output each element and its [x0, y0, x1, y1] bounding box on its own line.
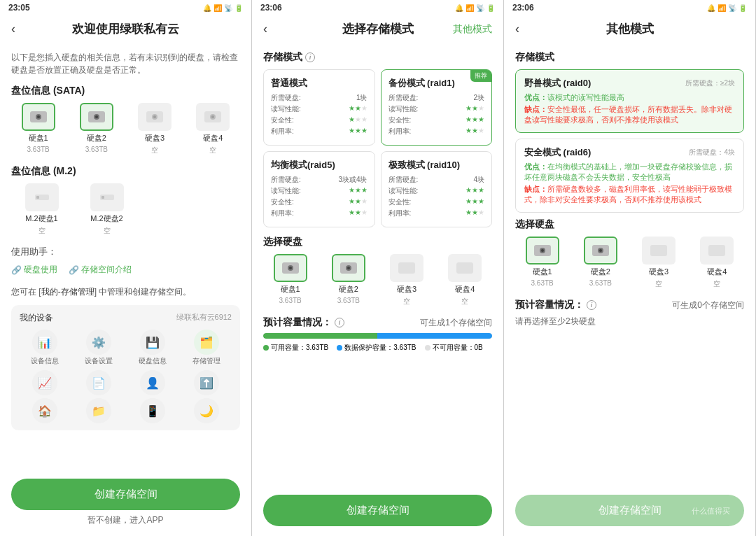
- mode-normal-title: 普通模式: [271, 77, 368, 90]
- status-icons-2: 🔔 📶 📡 🔋: [455, 4, 495, 12]
- storage-icon-circle: 🗂️: [194, 330, 219, 355]
- panel3: 23:06 🔔 📶 📡 🔋 ‹ 其他模式 存储模式 野兽模式 (raid0) 所…: [504, 0, 756, 536]
- mode-normal[interactable]: 普通模式 所需硬盘:1块 读写性能: ★★★ 安全性: ★★★ 利用率: ★★★: [263, 69, 375, 146]
- p3-disk-1[interactable]: 硬盘1 3.63TB: [515, 237, 569, 289]
- progress-legend-2: 可用容量：3.63TB 数据保护容量：3.63TB 不可用容量：0B: [263, 343, 492, 353]
- m2-disk-1[interactable]: M.2硬盘1 空: [11, 183, 72, 236]
- disk-item-1[interactable]: 硬盘1 3.63TB: [11, 103, 65, 155]
- mode-safe-advantage: 优点：在均衡模式的基础上，增加一块硬盘存储校验信息，损坏任意两块磁盘不会丢失数据…: [524, 162, 735, 183]
- bell-icon: 🔔: [203, 4, 211, 12]
- m2-disk-grid: M.2硬盘1 空 M.2硬盘2 空: [11, 183, 137, 236]
- back-button-2[interactable]: ‹: [263, 22, 267, 36]
- m2-size-2: 空: [104, 226, 111, 236]
- mode-extreme-disks: 所需硬盘:4块: [388, 175, 485, 185]
- nav-bar-1: ‹ 欢迎使用绿联私有云: [0, 15, 251, 43]
- icon-user[interactable]: 👤: [127, 370, 178, 395]
- create-btn-3[interactable]: 创建存储空间 什么值得买: [515, 495, 744, 526]
- sel-disk-2[interactable]: 硬盘2 3.63TB: [321, 254, 375, 306]
- skip-link[interactable]: 暂不创建，进入APP: [11, 514, 240, 526]
- icon-home[interactable]: 🏠: [20, 398, 71, 423]
- mode-beast-advantage: 优点：该模式的读写性能最高: [524, 92, 735, 103]
- device-icon-storage[interactable]: 🗂️ 存储管理: [181, 330, 232, 366]
- capacity-info-icon-3[interactable]: i: [587, 300, 596, 310]
- legend-unavail: 不可用容量：0B: [425, 343, 483, 353]
- device-icons-row3: 🏠 📁 📱 🌙: [20, 398, 232, 423]
- capacity-info-icon[interactable]: i: [335, 318, 344, 327]
- status-icons-1: 🔔 📶 📡 🔋: [203, 4, 243, 12]
- create-btn-1[interactable]: 创建存储空间: [11, 479, 240, 510]
- select-disk-grid-2: 硬盘1 3.63TB 硬盘2 3.63TB 硬盘3 空: [263, 254, 492, 306]
- device-icon-info[interactable]: 📊 设备信息: [20, 330, 71, 366]
- time-1: 23:05: [8, 3, 30, 13]
- select-disk-label-3: 选择硬盘: [515, 218, 744, 231]
- sel-disk-4[interactable]: 硬盘4 空: [438, 254, 492, 306]
- mode-backup-usage: 利用率: ★★★: [388, 127, 485, 136]
- mode-beast[interactable]: 野兽模式 (raid0) 所需硬盘：≥2块 优点：该模式的读写性能最高 缺点：安…: [515, 69, 744, 133]
- icon-upload[interactable]: ⬆️: [181, 370, 232, 395]
- battery-icon-2: 🔋: [486, 4, 495, 12]
- wifi-icon: 📡: [224, 4, 232, 12]
- icon-folder[interactable]: 📁: [74, 398, 125, 423]
- mode-normal-disks: 所需硬盘:1块: [271, 93, 368, 103]
- storage-mode-label-3: 存储模式: [515, 51, 744, 64]
- svg-point-29: [599, 249, 602, 252]
- mode-balance[interactable]: 均衡模式(raid5) 所需硬盘:3块或4块 读写性能: ★★★ 安全性: ★★…: [263, 151, 375, 227]
- signal-icon-3: 📶: [718, 4, 726, 12]
- device-icon-settings[interactable]: ⚙️ 设备设置: [74, 330, 125, 366]
- mode-normal-safety: 安全性: ★★★: [271, 115, 368, 125]
- mode-safe[interactable]: 安全模式 (raid6) 所需硬盘：4块 优点：在均衡模式的基础上，增加一块硬盘…: [515, 139, 744, 213]
- manage-notice: 您可在 [我的-存储管理] 中管理和创建存储空间。: [11, 285, 240, 298]
- mode-safe-req: 所需硬盘：4块: [689, 148, 735, 157]
- mode-backup-disks: 所需硬盘:2块: [388, 93, 485, 103]
- icon-doc[interactable]: 📄: [74, 370, 125, 395]
- info-icon-2[interactable]: i: [305, 52, 315, 62]
- storage-intro-link[interactable]: 🔗 存储空间介绍: [69, 264, 132, 276]
- recommend-badge: 推荐: [470, 70, 491, 82]
- svg-point-5: [95, 115, 98, 118]
- p3-disk-2[interactable]: 硬盘2 3.63TB: [573, 237, 627, 289]
- content-2: 存储模式 i 普通模式 所需硬盘:1块 读写性能: ★★★ 安全性: ★★★: [252, 43, 503, 488]
- sel-disk-3[interactable]: 硬盘3 空: [380, 254, 434, 306]
- create-btn-2[interactable]: 创建存储空间: [263, 495, 492, 526]
- device-icons-row1: 📊 设备信息 ⚙️ 设备设置 💾 硬盘信息 🗂️ 存储管理: [20, 330, 232, 366]
- back-button-1[interactable]: ‹: [11, 22, 15, 36]
- device-icon-disk[interactable]: 💾 硬盘信息: [127, 330, 178, 366]
- mode-balance-safety: 安全性: ★★★: [271, 197, 368, 207]
- icon-moon[interactable]: 🌙: [181, 398, 232, 423]
- disk-use-link[interactable]: 🔗 硬盘使用: [11, 264, 57, 276]
- other-mode-link[interactable]: 其他模式: [453, 23, 492, 36]
- m2-disk-2[interactable]: M.2硬盘2 空: [76, 183, 137, 236]
- back-button-3[interactable]: ‹: [515, 22, 519, 36]
- mode-extreme[interactable]: 极致模式 (raid10) 所需硬盘:4块 读写性能: ★★★ 安全性: ★★★…: [381, 151, 493, 227]
- sata-header: 盘位信息 (SATA): [11, 85, 240, 97]
- disk-icon-4: [196, 103, 230, 131]
- mode-beast-disadvantage: 缺点：安全性最低，任一硬盘损坏，所有数据丢失。除非对硬盘读写性能要求极高，否则不…: [524, 104, 735, 125]
- disk-icon-2: [80, 103, 113, 131]
- disk-item-4[interactable]: 硬盘4 空: [186, 103, 240, 155]
- mode-backup[interactable]: 推荐 备份模式 (raid1) 所需硬盘:2块 读写性能: ★★★ 安全性: ★…: [381, 69, 493, 146]
- sel-disk-icon-3: [390, 254, 424, 282]
- p3-disk-3[interactable]: 硬盘3 空: [632, 237, 686, 289]
- capacity-note-3: 请再选择至少2块硬盘: [515, 316, 744, 327]
- storage-mode-label-2: 存储模式 i: [263, 51, 492, 64]
- mode-balance-title: 均衡模式(raid5): [271, 159, 368, 171]
- mode-balance-read: 读写性能: ★★★: [271, 186, 368, 196]
- mode-safe-disadvantage: 缺点：所需硬盘数较多，磁盘利用率低，读写性能弱于极致模式，除非对安全性要求极高，…: [524, 184, 735, 205]
- wifi-icon-3: 📡: [728, 4, 736, 12]
- bottom-btn-area-2: 创建存储空间: [252, 488, 503, 536]
- select-disk-label-2: 选择硬盘: [263, 236, 492, 248]
- signal-icon: 📶: [214, 4, 222, 12]
- bell-icon-3: 🔔: [707, 4, 715, 12]
- p3-disk-4[interactable]: 硬盘4 空: [690, 237, 744, 289]
- icon-phone[interactable]: 📱: [127, 398, 178, 423]
- m2-name-1: M.2硬盘1: [25, 213, 57, 224]
- disk-item-2[interactable]: 硬盘2 3.63TB: [69, 103, 123, 155]
- desc-text-1: 以下是您插入硬盘的相关信息，若有未识别到的硬盘，请检查硬盘是否放置正确及硬盘是否…: [11, 51, 240, 76]
- capacity-row-2: 预计容量情况： i 可生成1个存储空间: [263, 316, 492, 329]
- content-1: 以下是您插入硬盘的相关信息，若有未识别到的硬盘，请检查硬盘是否放置正确及硬盘是否…: [0, 43, 251, 472]
- content-3: 存储模式 野兽模式 (raid0) 所需硬盘：≥2块 优点：该模式的读写性能最高…: [504, 43, 755, 488]
- sel-disk-1[interactable]: 硬盘1 3.63TB: [263, 254, 317, 306]
- disk-item-3[interactable]: 硬盘3 空: [128, 103, 182, 155]
- icon-chart[interactable]: 📈: [20, 370, 71, 395]
- info-icon-label: 设备信息: [31, 356, 59, 366]
